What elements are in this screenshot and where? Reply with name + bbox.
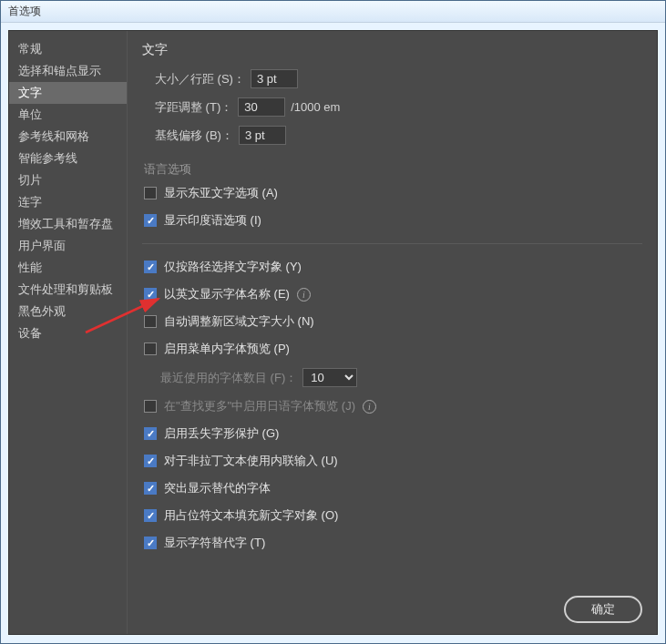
sidebar-item-selection[interactable]: 选择和锚点显示 (9, 60, 127, 82)
checkbox-indic[interactable] (144, 214, 157, 227)
baseline-label: 基线偏移 (B)： (155, 128, 233, 144)
recent-fonts-label: 最近使用的字体数目 (F)： (160, 370, 297, 386)
checkbox-english-font[interactable] (144, 288, 157, 301)
ok-button[interactable]: 确定 (564, 596, 642, 623)
sidebar-item-black[interactable]: 黑色外观 (9, 301, 127, 322)
sidebar-item-type[interactable]: 文字 (9, 82, 127, 104)
sidebar: 常规 选择和锚点显示 文字 单位 参考线和网格 智能参考线 切片 连字 增效工具… (9, 31, 128, 634)
checkbox-path-only[interactable] (144, 261, 157, 273)
info-icon[interactable]: i (363, 400, 376, 414)
label-inline-input: 对于非拉丁文本使用内联输入 (U) (164, 453, 338, 469)
divider (142, 243, 642, 244)
sidebar-item-units[interactable]: 单位 (9, 104, 127, 126)
lang-section-title: 语言选项 (144, 161, 642, 178)
label-indic: 显示印度语选项 (I) (164, 212, 261, 229)
label-show-alt-glyph: 显示字符替代字 (T) (164, 535, 265, 551)
label-missing-glyph: 启用丢失字形保护 (G) (164, 425, 279, 442)
sidebar-item-smart-guides[interactable]: 智能参考线 (9, 148, 127, 169)
checkbox-east-asian[interactable] (144, 187, 157, 199)
checkbox-show-alt-glyph[interactable] (144, 537, 157, 549)
sidebar-item-performance[interactable]: 性能 (9, 257, 127, 279)
label-japanese-preview: 在"查找更多"中启用日语字体预览 (J) (164, 398, 355, 414)
checkbox-highlight-alt[interactable] (144, 482, 157, 495)
section-title: 文字 (142, 42, 642, 58)
sidebar-item-ui[interactable]: 用户界面 (9, 235, 127, 257)
recent-fonts-select[interactable]: 10 (302, 368, 357, 387)
checkbox-auto-size[interactable] (144, 315, 157, 328)
sidebar-item-guides[interactable]: 参考线和网格 (9, 126, 127, 148)
sidebar-item-file-handling[interactable]: 文件处理和剪贴板 (9, 279, 127, 301)
tracking-input[interactable] (238, 97, 285, 117)
label-english-font: 以英文显示字体名称 (E) (164, 286, 290, 302)
tracking-unit: /1000 em (291, 100, 340, 114)
sidebar-item-plugins[interactable]: 增效工具和暂存盘 (9, 213, 127, 235)
checkbox-inline-input[interactable] (144, 455, 157, 467)
size-leading-label: 大小／行距 (S)： (155, 71, 245, 87)
dialog-body: 常规 选择和锚点显示 文字 单位 参考线和网格 智能参考线 切片 连字 增效工具… (8, 30, 658, 635)
label-east-asian: 显示东亚文字选项 (A) (164, 185, 278, 201)
label-auto-size: 自动调整新区域文字大小 (N) (164, 313, 314, 330)
label-path-only: 仅按路径选择文字对象 (Y) (164, 259, 302, 275)
preferences-window: 首选项 常规 选择和锚点显示 文字 单位 参考线和网格 智能参考线 切片 连字 … (0, 0, 666, 644)
window-title: 首选项 (8, 4, 41, 19)
sidebar-item-hyphenation[interactable]: 连字 (9, 191, 127, 213)
checkbox-japanese-preview[interactable] (144, 400, 157, 413)
sidebar-item-devices[interactable]: 设备 (9, 322, 127, 344)
label-placeholder: 用占位符文本填充新文字对象 (O) (164, 507, 338, 524)
checkbox-placeholder[interactable] (144, 509, 157, 522)
title-bar: 首选项 (1, 1, 665, 23)
baseline-input[interactable] (239, 126, 286, 145)
checkbox-missing-glyph[interactable] (144, 427, 157, 440)
label-highlight-alt: 突出显示替代的字体 (164, 480, 271, 496)
tracking-label: 字距调整 (T)： (155, 99, 232, 116)
sidebar-item-slices[interactable]: 切片 (9, 169, 127, 191)
sidebar-item-general[interactable]: 常规 (9, 38, 127, 60)
size-leading-input[interactable] (251, 69, 298, 88)
info-icon[interactable]: i (297, 288, 311, 302)
label-menu-preview: 启用菜单内字体预览 (P) (164, 341, 290, 357)
checkbox-menu-preview[interactable] (144, 342, 157, 355)
content-panel: 文字 大小／行距 (S)： 字距调整 (T)： /1000 em 基线偏移 (B… (128, 31, 657, 634)
